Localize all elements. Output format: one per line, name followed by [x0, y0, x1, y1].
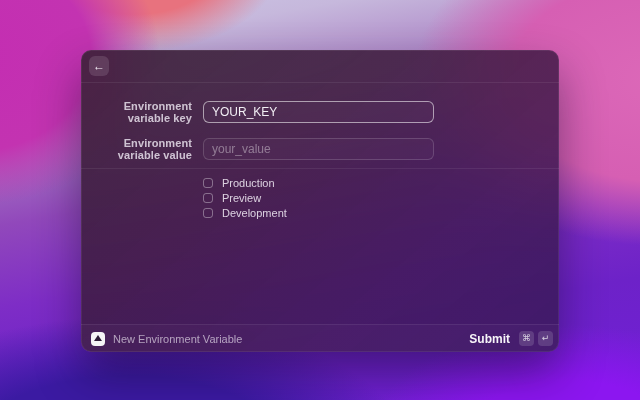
desktop-wallpaper: ← Environment variable key Environment v…: [0, 0, 640, 400]
submit-button[interactable]: Submit: [469, 332, 510, 346]
checkbox-icon: [203, 193, 213, 203]
env-value-label: Environment variable value: [81, 137, 192, 161]
form-row-value: Environment variable value: [81, 137, 559, 161]
env-variable-form: Environment variable key Environment var…: [81, 83, 559, 324]
triangle-glyph: [94, 335, 102, 341]
window-header: ←: [81, 50, 559, 83]
checkbox-label: Preview: [222, 192, 261, 204]
env-key-input[interactable]: [203, 101, 434, 123]
checkbox-label: Development: [222, 207, 287, 219]
checkbox-icon: [203, 178, 213, 188]
env-value-input[interactable]: [203, 138, 434, 160]
vercel-icon: [91, 332, 105, 346]
checkbox-label: Production: [222, 177, 275, 189]
checkbox-row-production[interactable]: Production: [203, 175, 559, 190]
command-title: New Environment Variable: [113, 333, 242, 345]
return-key-icon: ↵: [538, 331, 553, 346]
command-key-icon: ⌘: [519, 331, 534, 346]
new-environment-variable-window: ← Environment variable key Environment v…: [81, 50, 559, 352]
checkbox-row-development[interactable]: Development: [203, 205, 559, 220]
footer-actions: Submit ⌘ ↵: [469, 331, 553, 346]
back-button[interactable]: ←: [89, 56, 109, 76]
back-arrow-icon: ←: [93, 60, 105, 72]
checkbox-row-preview[interactable]: Preview: [203, 190, 559, 205]
environment-checkbox-group: Production Preview Development: [81, 169, 559, 220]
window-footer: New Environment Variable Submit ⌘ ↵: [81, 324, 559, 352]
checkbox-icon: [203, 208, 213, 218]
form-row-key: Environment variable key: [81, 100, 559, 124]
env-key-label: Environment variable key: [81, 100, 192, 124]
